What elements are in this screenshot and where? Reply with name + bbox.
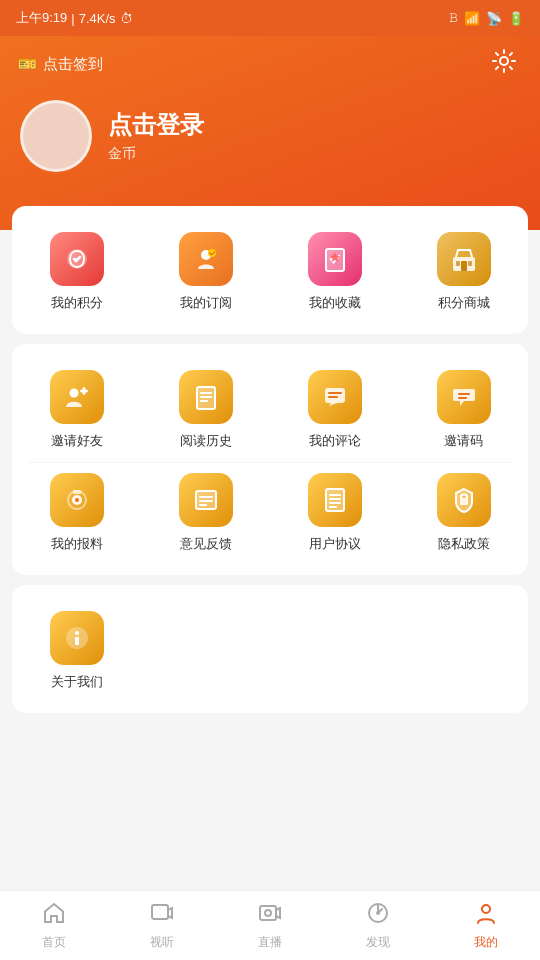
invite-code-icon [437, 370, 491, 424]
svg-rect-19 [325, 388, 345, 403]
invite-friends-item[interactable]: 邀请好友 [12, 360, 141, 462]
reading-history-item[interactable]: 阅读历史 [141, 360, 270, 462]
bluetooth-icon: 𝙱 [449, 10, 458, 26]
nav-media-label: 视听 [150, 934, 174, 951]
user-text-block: 点击登录 金币 [108, 109, 204, 163]
my-favorites-icon-wrap [308, 232, 362, 286]
menu-grid-2: 我的报料 意见反馈 [12, 463, 528, 565]
svg-point-48 [482, 905, 490, 913]
svg-point-10 [69, 389, 78, 398]
user-agreement-icon [308, 473, 362, 527]
avatar [20, 100, 92, 172]
my-comments-item[interactable]: 我的评论 [270, 360, 399, 462]
top-bar: 🎫 点击签到 [0, 36, 540, 90]
svg-rect-8 [456, 261, 460, 266]
privacy-policy-label: 隐私政策 [438, 535, 490, 553]
nav-my[interactable]: 我的 [432, 901, 540, 951]
svg-point-0 [500, 57, 508, 65]
points-mall-item[interactable]: 积分商城 [399, 222, 528, 324]
nav-home-label: 首页 [42, 934, 66, 951]
svg-point-47 [376, 911, 380, 915]
menu-card-1: 邀请好友 阅读历史 [12, 344, 528, 575]
quick-menu-grid: 我的积分 我的订阅 [12, 222, 528, 324]
nav-discover[interactable]: 发现 [324, 901, 432, 951]
status-left: 上午9:19 | 7.4K/s ⏱ [16, 9, 133, 27]
my-points-item[interactable]: 我的积分 [12, 222, 141, 324]
svg-point-41 [75, 631, 79, 635]
my-report-icon [50, 473, 104, 527]
nav-my-label: 我的 [474, 934, 498, 951]
nav-home[interactable]: 首页 [0, 901, 108, 951]
about-us-item[interactable]: 关于我们 [12, 601, 141, 703]
svg-rect-44 [260, 906, 276, 920]
user-info[interactable]: 点击登录 金币 [0, 90, 540, 190]
feedback-label: 意见反馈 [180, 535, 232, 553]
status-bar: 上午9:19 | 7.4K/s ⏱ 𝙱 📶 📡 🔋 [0, 0, 540, 36]
home-icon [42, 901, 66, 931]
privacy-policy-item[interactable]: 隐私政策 [399, 463, 528, 565]
my-subscription-icon-wrap [179, 232, 233, 286]
about-card: 关于我们 [12, 585, 528, 713]
feedback-item[interactable]: 意见反馈 [141, 463, 270, 565]
nav-live[interactable]: 直播 [216, 901, 324, 951]
nav-live-label: 直播 [258, 934, 282, 951]
my-report-item[interactable]: 我的报料 [12, 463, 141, 565]
quick-menu-card: 我的积分 我的订阅 [12, 206, 528, 334]
status-network: | [71, 11, 74, 26]
svg-point-27 [75, 498, 79, 502]
feedback-icon [179, 473, 233, 527]
media-icon [150, 901, 174, 931]
checkin-label: 点击签到 [43, 55, 103, 74]
my-subscription-label: 我的订阅 [180, 294, 232, 312]
svg-rect-26 [73, 490, 81, 494]
status-right: 𝙱 📶 📡 🔋 [449, 10, 524, 26]
battery-icon: 🔋 [508, 11, 524, 26]
checkin-icon: 🎫 [18, 55, 37, 73]
checkin-button[interactable]: 🎫 点击签到 [18, 55, 103, 74]
settings-gear-icon [491, 48, 517, 80]
status-speed: 7.4K/s [79, 11, 116, 26]
about-grid: 关于我们 [12, 601, 528, 703]
wifi-icon: 📡 [486, 11, 502, 26]
my-icon [474, 901, 498, 931]
svg-rect-42 [75, 637, 79, 645]
signal-icon: 📶 [464, 11, 480, 26]
my-comments-icon [308, 370, 362, 424]
my-favorites-label: 我的收藏 [309, 294, 361, 312]
reading-history-icon [179, 370, 233, 424]
discover-icon [366, 901, 390, 931]
my-points-label: 我的积分 [51, 294, 103, 312]
coin-label: 金币 [108, 145, 204, 163]
content-area: 我的积分 我的订阅 [0, 206, 540, 713]
about-us-label: 关于我们 [51, 673, 103, 691]
my-comments-label: 我的评论 [309, 432, 361, 450]
svg-point-45 [265, 910, 271, 916]
points-mall-label: 积分商城 [438, 294, 490, 312]
bottom-nav: 首页 视听 直播 发现 [0, 890, 540, 960]
nav-media[interactable]: 视听 [108, 901, 216, 951]
invite-code-item[interactable]: 邀请码 [399, 360, 528, 462]
privacy-policy-icon [437, 473, 491, 527]
user-agreement-label: 用户协议 [309, 535, 361, 553]
invite-friends-label: 邀请好友 [51, 432, 103, 450]
svg-rect-7 [461, 261, 467, 271]
invite-code-label: 邀请码 [444, 432, 483, 450]
settings-button[interactable] [486, 46, 522, 82]
my-favorites-item[interactable]: 我的收藏 [270, 222, 399, 324]
user-agreement-item[interactable]: 用户协议 [270, 463, 399, 565]
timer-icon: ⏱ [120, 11, 133, 26]
svg-rect-39 [460, 498, 468, 505]
my-report-label: 我的报料 [51, 535, 103, 553]
points-mall-icon-wrap [437, 232, 491, 286]
menu-grid-1: 邀请好友 阅读历史 [12, 360, 528, 462]
my-points-icon-wrap [50, 232, 104, 286]
my-subscription-item[interactable]: 我的订阅 [141, 222, 270, 324]
live-icon [258, 901, 282, 931]
nav-discover-label: 发现 [366, 934, 390, 951]
reading-history-label: 阅读历史 [180, 432, 232, 450]
svg-rect-9 [468, 261, 472, 266]
about-us-icon [50, 611, 104, 665]
invite-friends-icon [50, 370, 104, 424]
svg-rect-43 [152, 905, 168, 919]
header-zone: 🎫 点击签到 点击登录 金币 [0, 36, 540, 230]
